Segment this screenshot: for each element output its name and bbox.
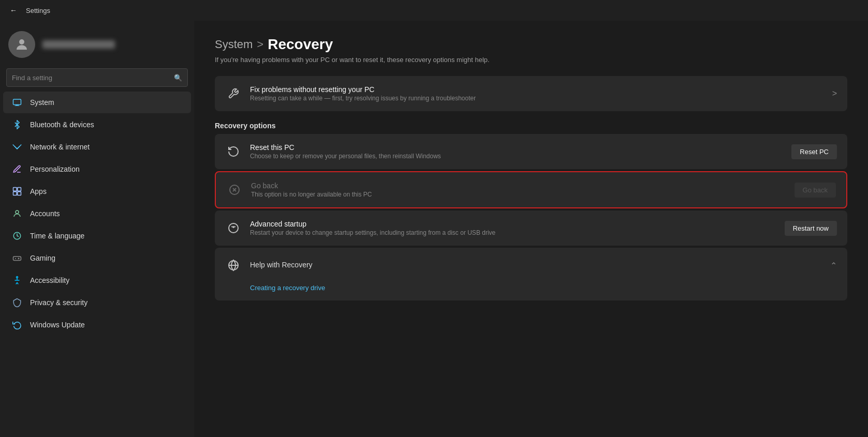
- sidebar-item-privacy[interactable]: Privacy & security: [3, 292, 191, 313]
- fix-problems-title: Fix problems without resetting your PC: [250, 85, 824, 94]
- sidebar-label-accounts: Accounts: [30, 209, 60, 218]
- advanced-startup-action[interactable]: Restart now: [785, 221, 837, 236]
- advanced-startup-card: Advanced startup Restart your device to …: [215, 210, 847, 246]
- title-bar: ← Settings: [0, 0, 868, 21]
- advanced-startup-subtitle: Restart your device to change startup se…: [250, 229, 776, 236]
- user-name: [42, 40, 115, 49]
- svg-rect-5: [18, 188, 21, 191]
- user-profile: [0, 21, 194, 66]
- reset-icon: [225, 143, 242, 160]
- help-recovery-card: Help with Recovery ⌃ Creating a recovery…: [215, 248, 847, 300]
- breadcrumb-separator: >: [257, 38, 263, 51]
- fix-problems-subtitle: Resetting can take a while — first, try …: [250, 95, 824, 102]
- bluetooth-icon: [11, 119, 23, 130]
- reset-pc-button[interactable]: Reset PC: [791, 144, 837, 159]
- reset-pc-row: Reset this PC Choose to keep or remove y…: [215, 134, 847, 169]
- sidebar-item-accessibility[interactable]: Accessibility: [3, 269, 191, 291]
- avatar: [8, 31, 35, 58]
- content-area: System > Recovery If you're having probl…: [194, 21, 868, 437]
- sidebar-item-bluetooth[interactable]: Bluetooth & devices: [3, 114, 191, 135]
- chevron-right-icon: >: [832, 89, 837, 98]
- fix-problems-chevron: >: [832, 89, 837, 98]
- sidebar-item-network[interactable]: Network & internet: [3, 136, 191, 158]
- advanced-startup-title: Advanced startup: [250, 220, 776, 228]
- go-back-action[interactable]: Go back: [795, 183, 836, 198]
- sidebar-label-accessibility: Accessibility: [30, 276, 69, 284]
- svg-point-13: [18, 258, 19, 259]
- breadcrumb-parent: System: [215, 38, 253, 51]
- sidebar-item-windows-update[interactable]: Windows Update: [3, 314, 191, 336]
- svg-rect-6: [13, 192, 17, 195]
- reset-pc-card: Reset this PC Choose to keep or remove y…: [215, 134, 847, 169]
- fix-problems-row[interactable]: Fix problems without resetting your PC R…: [215, 76, 847, 111]
- svg-point-14: [17, 277, 18, 278]
- accessibility-icon: [11, 275, 23, 286]
- sidebar: 🔍 System: [0, 21, 194, 437]
- breadcrumb: System > Recovery: [215, 36, 847, 53]
- app-title: Settings: [26, 7, 50, 14]
- sidebar-item-system[interactable]: System: [3, 92, 191, 113]
- help-recovery-icon: [225, 257, 242, 274]
- sidebar-label-update: Windows Update: [30, 321, 85, 329]
- svg-rect-3: [15, 106, 20, 106]
- sidebar-label-time: Time & language: [30, 232, 84, 240]
- privacy-icon: [11, 297, 23, 308]
- sidebar-item-apps[interactable]: Apps: [3, 180, 191, 202]
- sidebar-nav: System Bluetooth & devices: [0, 91, 194, 336]
- restart-now-button[interactable]: Restart now: [785, 221, 837, 236]
- sidebar-label-apps: Apps: [30, 187, 47, 195]
- apps-icon: [11, 186, 23, 197]
- main-layout: 🔍 System: [0, 21, 868, 437]
- help-recovery-title: Help with Recovery: [250, 261, 313, 269]
- search-input[interactable]: [12, 74, 174, 82]
- go-back-text: Go back This option is no longer availab…: [251, 182, 786, 198]
- sidebar-item-accounts[interactable]: Accounts: [3, 203, 191, 224]
- gaming-icon: [11, 252, 23, 264]
- breadcrumb-current: Recovery: [268, 36, 333, 53]
- sidebar-label-personalization: Personalization: [30, 165, 80, 173]
- reset-pc-text: Reset this PC Choose to keep or remove y…: [250, 143, 783, 160]
- time-icon: [11, 230, 23, 242]
- go-back-card: Go back This option is no longer availab…: [215, 171, 847, 208]
- sidebar-item-time[interactable]: Time & language: [3, 225, 191, 247]
- sidebar-item-gaming[interactable]: Gaming: [3, 247, 191, 269]
- svg-rect-2: [16, 105, 19, 106]
- go-back-title: Go back: [251, 182, 786, 190]
- help-recovery-content: Creating a recovery drive: [215, 283, 847, 300]
- reset-pc-action[interactable]: Reset PC: [791, 144, 837, 159]
- svg-point-0: [19, 39, 24, 44]
- recovery-drive-link[interactable]: Creating a recovery drive: [250, 284, 325, 292]
- advanced-startup-row: Advanced startup Restart your device to …: [215, 210, 847, 246]
- sidebar-label-system: System: [30, 98, 54, 107]
- search-icon: 🔍: [174, 74, 182, 82]
- search-box[interactable]: 🔍: [6, 68, 188, 87]
- personalization-icon: [11, 163, 23, 175]
- sidebar-label-network: Network & internet: [30, 143, 90, 151]
- sidebar-item-personalization[interactable]: Personalization: [3, 158, 191, 180]
- reset-pc-title: Reset this PC: [250, 143, 783, 152]
- svg-rect-10: [13, 257, 21, 261]
- update-icon: [11, 319, 23, 330]
- fix-problems-text: Fix problems without resetting your PC R…: [250, 85, 824, 102]
- go-back-icon: [226, 182, 243, 198]
- reset-pc-subtitle: Choose to keep or remove your personal f…: [250, 153, 783, 160]
- accounts-icon: [11, 208, 23, 219]
- advanced-startup-icon: [225, 220, 242, 236]
- network-icon: [11, 141, 23, 153]
- advanced-startup-text: Advanced startup Restart your device to …: [250, 220, 776, 236]
- sidebar-label-privacy: Privacy & security: [30, 298, 87, 307]
- go-back-subtitle: This option is no longer available on th…: [251, 191, 786, 198]
- chevron-up-icon: ⌃: [830, 261, 837, 270]
- help-recovery-header[interactable]: Help with Recovery ⌃: [215, 248, 847, 283]
- system-icon: [11, 97, 23, 108]
- svg-rect-7: [18, 192, 21, 195]
- sidebar-label-gaming: Gaming: [30, 254, 55, 262]
- svg-rect-4: [13, 188, 17, 191]
- page-description: If you're having problems with your PC o…: [215, 56, 847, 64]
- fix-problems-card[interactable]: Fix problems without resetting your PC R…: [215, 76, 847, 111]
- svg-point-8: [16, 210, 19, 214]
- go-back-row: Go back This option is no longer availab…: [216, 172, 846, 207]
- go-back-button[interactable]: Go back: [795, 183, 836, 198]
- back-button[interactable]: ←: [6, 3, 21, 18]
- recovery-options-label: Recovery options: [215, 122, 847, 130]
